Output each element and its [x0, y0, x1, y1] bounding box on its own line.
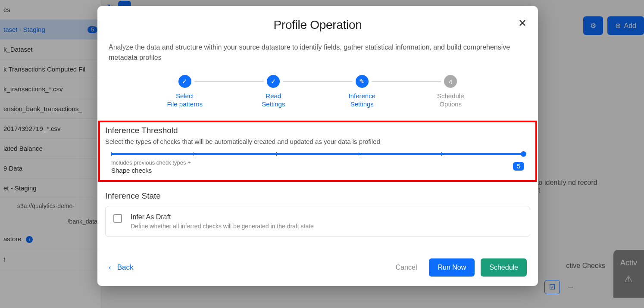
step-label: Read Settings: [262, 92, 285, 109]
inference-threshold-title: Inference Threshold: [105, 126, 530, 135]
step-circle-done: ✓: [267, 75, 280, 88]
step-inference-settings[interactable]: ✎ Inference Settings: [318, 75, 406, 109]
infer-as-draft-checkbox[interactable]: [113, 214, 122, 223]
infer-as-draft-desc: Define whether all inferred checks will …: [131, 223, 314, 230]
step-circle-current: ✎: [356, 75, 369, 88]
slider-check-type: Shape checks: [111, 167, 191, 174]
profile-operation-modal: ✕ Profile Operation Analyze the data and…: [97, 6, 538, 286]
infer-as-draft-option[interactable]: Infer As Draft Define whether all inferr…: [105, 206, 530, 237]
schedule-button[interactable]: Schedule: [481, 258, 527, 277]
close-icon: ✕: [518, 17, 527, 29]
inference-threshold-section: Inference Threshold Select the types of …: [98, 121, 537, 182]
step-select-file-patterns[interactable]: ✓ Select File patterns: [141, 75, 229, 109]
slider-value-badge: 5: [513, 162, 524, 171]
step-label: Schedule Options: [437, 92, 464, 109]
inference-state-title: Inference State: [97, 191, 538, 201]
run-now-button[interactable]: Run Now: [429, 258, 475, 277]
chevron-left-icon: ‹: [109, 263, 111, 272]
stepper: ✓ Select File patterns ✓ Read Settings ✎…: [97, 75, 538, 109]
slider-thumb[interactable]: [521, 151, 526, 157]
modal-description: Analyze the data and structure within yo…: [97, 42, 538, 63]
inference-threshold-slider[interactable]: [105, 153, 530, 155]
infer-as-draft-label: Infer As Draft: [131, 213, 314, 221]
check-icon: ✓: [271, 78, 276, 85]
cancel-button[interactable]: Cancel: [390, 259, 423, 276]
back-button[interactable]: ‹ Back: [109, 263, 133, 272]
modal-title: Profile Operation: [97, 18, 538, 32]
step-circle-done: ✓: [178, 75, 191, 88]
inference-threshold-desc: Select the types of checks that will be …: [105, 138, 530, 145]
step-schedule-options[interactable]: 4 Schedule Options: [406, 75, 495, 109]
step-circle-pending: 4: [444, 75, 457, 88]
step-label: Select File patterns: [167, 92, 203, 109]
close-button[interactable]: ✕: [518, 18, 527, 28]
check-icon: ✓: [182, 78, 188, 85]
step-read-settings[interactable]: ✓ Read Settings: [229, 75, 318, 109]
modal-footer: ‹ Back Cancel Run Now Schedule: [97, 258, 538, 277]
step-label: Inference Settings: [348, 92, 375, 109]
back-label: Back: [117, 263, 134, 272]
pencil-icon: ✎: [359, 78, 365, 85]
slider-caption: Includes previous check types +: [111, 159, 191, 166]
